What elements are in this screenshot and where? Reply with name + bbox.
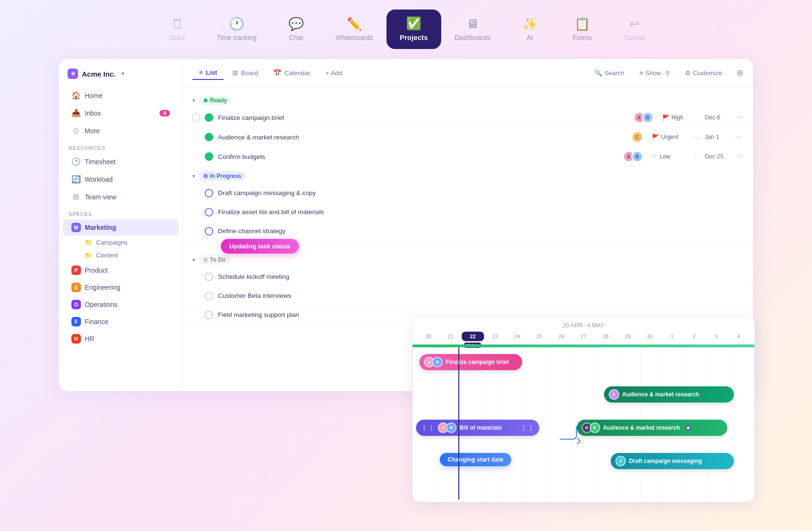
show-action-icon: ≡: [639, 69, 643, 77]
gantt-bar-label: Audience & market research: [603, 424, 680, 431]
gantt-days: 20 21 22 TODAY 23 24 25 26 27 28 29 30 1…: [413, 332, 754, 341]
task-row[interactable]: Draft campaign messaging & copy: [183, 184, 753, 203]
docs-icon: 🗒: [171, 18, 184, 30]
sidebar-item-inbox[interactable]: 📥 Inbox 9: [63, 105, 178, 121]
space-item-marketing[interactable]: M Marketing: [63, 219, 178, 236]
sub-item-content[interactable]: 📁 Content: [63, 249, 178, 261]
tab-add[interactable]: + Add: [319, 67, 349, 79]
task-row[interactable]: Customer Beta interviews: [183, 286, 753, 305]
task-empty-icon: [205, 273, 213, 281]
workload-icon: 🔄: [71, 175, 80, 184]
task-avatars: C: [632, 131, 643, 143]
task-row[interactable]: ✓ Audience & market research C 🚩 Urgent …: [183, 128, 753, 147]
drag-handle-right[interactable]: ⋮⋮: [520, 424, 535, 432]
sidebar-item-more[interactable]: ⊙ More: [63, 122, 178, 139]
nav-item-forms[interactable]: 📋 Forms: [556, 10, 608, 51]
gantt-bar-audience-bottom[interactable]: D E Audience & market research: [577, 420, 727, 436]
gantt-bar-avatars: C: [609, 389, 619, 400]
space-item-hr[interactable]: H HR: [63, 331, 178, 347]
task-row[interactable]: ✓ Finalize campaign brief A B 🚩 High Dec…: [183, 108, 753, 128]
sub-item-campaigns[interactable]: 📁 Campaigns: [63, 236, 178, 248]
task-complete-icon: ✓: [205, 152, 213, 161]
gantt-bar-finalize[interactable]: A B Finalize campaign brief: [419, 354, 522, 370]
task-more-btn[interactable]: ···: [733, 152, 743, 161]
nav-item-whiteboards[interactable]: ✏️ Whiteboards: [322, 10, 386, 51]
nav-item-sprints[interactable]: ↩ Sprints: [608, 10, 661, 51]
calendar-tab-label: Calendar: [284, 69, 310, 77]
gantt-bar-label: Draft campaign messaging: [629, 458, 702, 464]
more-icon: ⊙: [71, 126, 80, 135]
marketing-label: Marketing: [85, 224, 116, 231]
board-tab-label: Board: [241, 69, 258, 77]
operations-color: O: [71, 300, 81, 309]
space-item-engineering[interactable]: E Engineering: [63, 279, 178, 295]
gantt-bar-draft[interactable]: F Draft campaign messaging: [611, 453, 733, 469]
list-icon: ≡: [199, 69, 203, 76]
priority-badge: 🚩 Urgent: [652, 134, 690, 141]
task-row[interactable]: Define channel strategy Updating task st…: [183, 222, 753, 241]
drag-handle-left[interactable]: ⋮⋮: [421, 424, 435, 432]
sidebar: ✳ Acme Inc. ▾ 🏠 Home 📥 Inbox 9 ⊙ More Re…: [59, 59, 183, 391]
task-name: Define channel strategy: [218, 227, 743, 235]
task-more-btn[interactable]: ···: [733, 113, 743, 122]
inbox-badge: 9: [159, 110, 170, 117]
task-row[interactable]: ✓ Confirm budgets A B 🏳 Low ··· Dec 25 ·…: [183, 147, 753, 167]
task-inprog-icon: [205, 227, 213, 236]
nav-item-projects[interactable]: ✅ Projects: [386, 10, 441, 49]
task-date: Dec 25: [705, 153, 729, 160]
content-folder-icon: 📁: [85, 252, 92, 259]
gantt-day: 4: [727, 332, 750, 341]
priority-label: Urgent: [661, 134, 678, 140]
gantt-bar-audience-top[interactable]: C Audience & market research: [604, 386, 734, 403]
inbox-icon: 📥: [71, 108, 80, 118]
task-row[interactable]: Schedule kickoff meeting: [183, 267, 753, 286]
sidebar-item-home[interactable]: 🏠 Home: [63, 87, 178, 104]
gantt-bar-avatars: A B: [438, 423, 456, 433]
space-item-finance[interactable]: F Finance: [63, 314, 178, 330]
gantt-day: 30: [639, 332, 661, 341]
add-task-btn[interactable]: ⊕: [736, 68, 743, 78]
in-progress-chevron: ▾: [192, 173, 195, 179]
task-more-btn[interactable]: ···: [733, 133, 743, 141]
tab-calendar[interactable]: 📅 Calendar: [267, 66, 317, 79]
nav-item-ai[interactable]: ✨ AI: [504, 10, 556, 51]
nav-item-time-tracking[interactable]: 🕐 Time tracking: [204, 10, 270, 51]
gantt-today-line: [458, 344, 459, 500]
whiteboards-icon: ✏️: [347, 18, 362, 30]
workspace-header[interactable]: ✳ Acme Inc. ▾: [59, 59, 182, 87]
group-header-in-progress[interactable]: ▾ In Progress: [183, 167, 753, 184]
space-item-operations[interactable]: O Operations: [63, 296, 178, 313]
nav-item-chat[interactable]: 💬 Chat: [270, 10, 322, 51]
task-row[interactable]: Finalize asset list and bill of material…: [183, 203, 753, 222]
marketing-color: M: [71, 223, 81, 232]
gantt-today: 22 TODAY: [462, 332, 484, 341]
list-tab-label: List: [206, 69, 217, 76]
todo-badge: To Do: [199, 255, 230, 265]
finance-label: Finance: [85, 318, 109, 325]
space-item-product[interactable]: P Product: [63, 262, 178, 278]
list-header: ≡ List ⊞ Board 📅 Calendar + Add 🔍 Search: [183, 59, 753, 87]
gantt-day: 23: [484, 332, 506, 341]
show-action-btn[interactable]: ≡ Show · 5: [634, 67, 674, 79]
customize-action-btn[interactable]: ⚙ Customize: [680, 67, 727, 79]
sidebar-item-team-view[interactable]: ⊞ Team view: [63, 188, 178, 205]
search-action-btn[interactable]: 🔍 Search: [590, 67, 629, 79]
todo-dot: [204, 258, 208, 262]
sidebar-item-workload[interactable]: 🔄 Workload: [63, 171, 178, 187]
task-date: Dec 6: [705, 114, 729, 121]
nav-item-docs[interactable]: 🗒 Docs: [151, 10, 204, 51]
priority-label: High: [672, 114, 683, 121]
changing-start-tooltip: Changing start date: [440, 453, 511, 466]
gantt-arrow: [560, 426, 577, 440]
task-checkbox[interactable]: [192, 114, 200, 121]
gantt-milestone-dot: [686, 425, 691, 430]
sidebar-item-timesheet[interactable]: 🕐 Timesheet: [63, 153, 178, 170]
tab-list[interactable]: ≡ List: [192, 66, 224, 80]
task-name: Customer Beta interviews: [218, 292, 743, 299]
nav-item-dashboards[interactable]: 🖥 Dashboards: [441, 10, 504, 51]
group-header-ready[interactable]: ▾ Ready: [183, 91, 753, 108]
task-avatars: A B: [623, 151, 643, 162]
gantt-bar-bill[interactable]: ⋮⋮ A B Bill of materials ⋮⋮: [416, 420, 539, 436]
sidebar-home-label: Home: [85, 92, 102, 99]
tab-board[interactable]: ⊞ Board: [226, 66, 265, 79]
